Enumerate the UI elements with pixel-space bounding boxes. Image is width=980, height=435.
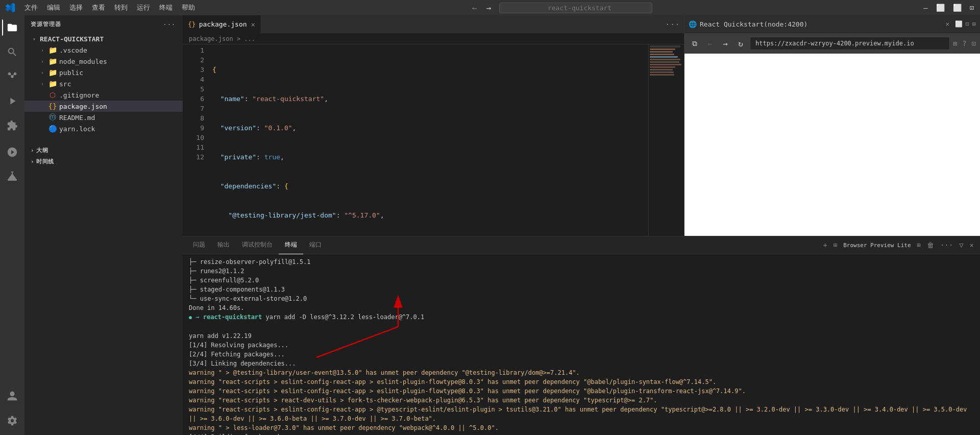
menu-bar: 文件 编辑 选择 查看 转到 运行 终端 帮助 ← → 🔍 — ⬜ ⬜ ⊡ [0, 0, 980, 15]
public-label: public [59, 69, 83, 77]
activity-bottom [2, 386, 22, 435]
editor-minimap [648, 44, 684, 236]
activity-testing[interactable] [2, 166, 22, 187]
code-content[interactable]: 1 2 3 4 5 6 7 8 9 10 11 12 { [183, 44, 684, 236]
terminal-close-btn[interactable]: × [968, 240, 976, 250]
menu-terminal[interactable]: 终端 [155, 2, 177, 13]
node-modules-label: node_modules [59, 58, 107, 65]
tree-item-yarn-lock[interactable]: 🔵 yarn.lock [24, 123, 183, 134]
activity-account[interactable] [2, 386, 22, 406]
tree-item-vscode[interactable]: › 📁 .vscode [24, 44, 183, 56]
sidebar-title: 资源管理器 [31, 20, 61, 28]
tree-item-gitignore[interactable]: ⬡ .gitignore [24, 89, 183, 101]
sidebar-section-timeline[interactable]: › 时间线 [24, 156, 183, 167]
activity-extensions[interactable] [2, 115, 22, 136]
terminal-more-btn[interactable]: ··· [938, 240, 955, 250]
svg-rect-6 [650, 61, 679, 63]
tree-item-package-json[interactable]: {} package.json [24, 101, 183, 112]
terminal-trash-btn[interactable]: 🗑 [925, 240, 936, 250]
preview-tab-bar: 🌐 React Quickstart(node:4200) × ⬜ ⊡ ⊞ [684, 15, 980, 33]
terminal-blank [189, 322, 974, 331]
browser-help-btn[interactable]: ? [962, 39, 966, 47]
yarn-file-icon: 🔵 [48, 125, 57, 133]
terminal-content[interactable]: ├─ resize-observer-polyfill@1.5.1 ├─ run… [183, 254, 980, 435]
src-folder-icon: 📁 [48, 80, 57, 88]
preview-window-split[interactable]: ⊡ [966, 20, 969, 28]
menu-view[interactable]: 查看 [88, 2, 109, 13]
window-maximize[interactable]: ⊡ [968, 3, 976, 13]
menu-help[interactable]: 帮助 [178, 2, 199, 13]
terminal-add-btn[interactable]: + [821, 240, 829, 250]
terminal-line-done: Done in 14.60s. [189, 303, 974, 312]
browser-content-area [684, 54, 980, 236]
nav-forward[interactable]: → [483, 2, 495, 14]
terminal-line-cmd: ● → react-quickstart yarn add -D less@^3… [189, 312, 974, 322]
sidebar-more-icon[interactable]: ··· [162, 19, 177, 30]
preview-tab-close[interactable]: × [945, 20, 949, 28]
menu-run[interactable]: 运行 [133, 2, 154, 13]
window-tile-right[interactable]: ⬜ [951, 3, 964, 13]
activity-settings[interactable] [2, 410, 22, 431]
terminal-line-5: └─ use-sync-external-store@1.2.0 [189, 294, 974, 303]
terminal-layout-btn[interactable]: ⊞ [915, 240, 923, 250]
browser-back-btn[interactable]: ← [704, 37, 716, 50]
browser-layout-btn[interactable]: ⊡ [972, 39, 976, 47]
tree-item-public[interactable]: › 📁 public [24, 67, 183, 78]
sidebar-section-outline[interactable]: › 大纲 [24, 144, 183, 156]
terminal-tab-ports[interactable]: 端口 [303, 236, 328, 254]
svg-rect-3 [650, 54, 674, 55]
terminal-step1: [1/4] Resolving packages... [189, 341, 974, 350]
tree-root-folder[interactable]: ▾ REACT-QUICKSTART [24, 33, 183, 44]
node-modules-chevron: › [39, 59, 46, 64]
line-num-7: 7 [183, 104, 204, 113]
activity-remote[interactable] [2, 142, 22, 162]
activity-source-control[interactable] [2, 66, 22, 87]
app-logo [4, 2, 16, 14]
menu-file[interactable]: 文件 [20, 2, 42, 13]
tree-item-node-modules[interactable]: › 📁 node_modules [24, 56, 183, 67]
browser-url-input[interactable] [750, 37, 950, 50]
svg-rect-4 [650, 56, 678, 58]
terminal-step4: [4/4] Building fresh packages... [189, 432, 974, 435]
activity-search[interactable] [2, 42, 22, 62]
line-num-10: 10 [183, 133, 204, 142]
menu-goto[interactable]: 转到 [110, 2, 132, 13]
line-num-1: 1 [183, 45, 204, 55]
sidebar: 资源管理器 ··· ▾ REACT-QUICKSTART › 📁 .vscode… [24, 15, 183, 435]
tab-more-btn[interactable]: ··· [661, 15, 684, 33]
sidebar-header-actions: ··· [162, 19, 177, 30]
tab-package-json[interactable]: {} package.json × [183, 15, 261, 33]
activity-run[interactable] [2, 91, 22, 111]
terminal-split-btn[interactable]: ⊞ [831, 240, 839, 250]
code-lines: { "name": "react-quickstart", "version":… [208, 44, 648, 236]
terminal-tab-output[interactable]: 输出 [211, 236, 236, 254]
menu-select[interactable]: 选择 [65, 2, 87, 13]
line-numbers: 1 2 3 4 5 6 7 8 9 10 11 12 [183, 44, 208, 236]
window-minimize[interactable]: — [921, 3, 929, 13]
terminal-tab-problems[interactable]: 问题 [187, 236, 211, 254]
browser-refresh-btn[interactable]: ↻ [734, 37, 747, 50]
line-num-3: 3 [183, 65, 204, 75]
tree-item-readme[interactable]: ⓜ README.md [24, 112, 183, 123]
terminal-tab-bar: 问题 输出 调试控制台 终端 端口 + ⊞ Browser Preview Li… [183, 236, 980, 254]
public-folder-icon: 📁 [48, 68, 57, 77]
menu-edit[interactable]: 编辑 [43, 2, 64, 13]
global-search-input[interactable] [499, 3, 652, 13]
terminal-tab-terminal[interactable]: 终端 [279, 236, 303, 254]
window-tile-left[interactable]: ⬜ [934, 3, 947, 13]
browser-split-view[interactable]: ⊞ [953, 39, 957, 47]
tab-close-btn[interactable]: × [251, 20, 255, 29]
editor-tab-bar: {} package.json × ··· [183, 15, 684, 33]
terminal-tab-debug[interactable]: 调试控制台 [236, 236, 279, 254]
terminal-line-1: ├─ resize-observer-polyfill@1.5.1 [189, 257, 974, 267]
terminal-collapse-btn[interactable]: ▽ [957, 240, 965, 250]
nav-back[interactable]: ← [469, 2, 481, 14]
terminal-warn-2: warning "react-scripts > eslint-config-r… [189, 377, 974, 386]
readme-file-icon: ⓜ [48, 113, 57, 122]
preview-window-tile[interactable]: ⬜ [955, 20, 963, 28]
preview-window-max[interactable]: ⊞ [972, 20, 976, 28]
activity-explorer[interactable] [2, 17, 22, 38]
browser-open-external[interactable]: ⧉ [689, 37, 701, 50]
tree-item-src[interactable]: › 📁 src [24, 78, 183, 89]
browser-forward-btn[interactable]: → [719, 37, 731, 50]
